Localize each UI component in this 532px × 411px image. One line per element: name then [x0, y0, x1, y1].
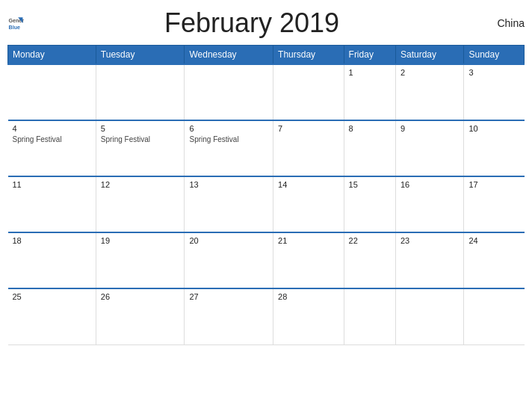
- calendar-day: 8: [344, 120, 395, 176]
- calendar-day: [96, 64, 185, 120]
- calendar-event: Spring Festival: [13, 135, 91, 144]
- header: General Blue February 2019 China: [7, 7, 525, 39]
- calendar-week-row: 25262728: [8, 288, 525, 344]
- day-number: 10: [468, 124, 519, 133]
- calendar-event: Spring Festival: [101, 135, 180, 144]
- day-number: 1: [349, 68, 391, 77]
- day-number: 6: [189, 124, 268, 133]
- calendar-day: 24: [464, 232, 525, 288]
- day-number: 17: [468, 180, 519, 189]
- calendar-day: 14: [273, 176, 344, 232]
- calendar-day: 21: [273, 232, 344, 288]
- day-number: 20: [189, 236, 268, 245]
- col-thursday: Thursday: [273, 46, 344, 65]
- calendar-day: 23: [396, 232, 464, 288]
- day-number: 19: [101, 236, 180, 245]
- calendar-day: 17: [464, 176, 525, 232]
- calendar-day: 1: [344, 64, 395, 120]
- day-number: 2: [400, 68, 459, 77]
- calendar-day: 5Spring Festival: [96, 120, 185, 176]
- day-number: 16: [400, 180, 459, 189]
- calendar-week-row: 4Spring Festival5Spring Festival6Spring …: [8, 120, 525, 176]
- calendar-day: 15: [344, 176, 395, 232]
- day-number: 26: [101, 292, 180, 301]
- day-number: 13: [189, 180, 268, 189]
- calendar-day: 20: [185, 232, 273, 288]
- logo-icon: General Blue: [7, 15, 24, 31]
- day-number: 21: [278, 236, 338, 245]
- day-number: 15: [349, 180, 391, 189]
- calendar-day: 25: [8, 288, 96, 344]
- calendar-week-row: 18192021222324: [8, 232, 525, 288]
- calendar-day: 6Spring Festival: [185, 120, 273, 176]
- calendar-event: Spring Festival: [189, 135, 268, 144]
- col-friday: Friday: [344, 46, 395, 65]
- day-number: 28: [278, 292, 338, 301]
- day-number: 25: [13, 292, 91, 301]
- calendar-title: February 2019: [24, 7, 480, 39]
- calendar-header-row: Monday Tuesday Wednesday Thursday Friday…: [8, 46, 525, 65]
- day-number: 9: [400, 124, 459, 133]
- svg-text:Blue: Blue: [9, 25, 20, 30]
- calendar-day: [8, 64, 96, 120]
- calendar-day: [464, 288, 525, 344]
- calendar-day: 4Spring Festival: [8, 120, 96, 176]
- calendar-day: 16: [396, 176, 464, 232]
- calendar-day: 27: [185, 288, 273, 344]
- calendar-week-row: 11121314151617: [8, 176, 525, 232]
- logo: General Blue: [7, 15, 24, 31]
- day-number: 7: [278, 124, 338, 133]
- calendar-day: 28: [273, 288, 344, 344]
- col-wednesday: Wednesday: [185, 46, 273, 65]
- calendar-table: Monday Tuesday Wednesday Thursday Friday…: [7, 45, 525, 345]
- calendar-day: [185, 64, 273, 120]
- day-number: 4: [13, 124, 91, 133]
- day-number: 18: [13, 236, 91, 245]
- day-number: 22: [349, 236, 391, 245]
- country-label: China: [480, 17, 525, 29]
- day-number: 24: [468, 236, 519, 245]
- calendar-day: [344, 288, 395, 344]
- calendar-day: 2: [396, 64, 464, 120]
- calendar-day: 22: [344, 232, 395, 288]
- col-sunday: Sunday: [464, 46, 525, 65]
- calendar-day: 19: [96, 232, 185, 288]
- day-number: 14: [278, 180, 338, 189]
- day-number: 23: [400, 236, 459, 245]
- col-saturday: Saturday: [396, 46, 464, 65]
- calendar-day: 7: [273, 120, 344, 176]
- day-number: 27: [189, 292, 268, 301]
- day-number: 5: [101, 124, 180, 133]
- calendar-day: 3: [464, 64, 525, 120]
- calendar-day: 18: [8, 232, 96, 288]
- calendar-day: [273, 64, 344, 120]
- day-number: 3: [468, 68, 519, 77]
- calendar-day: 12: [96, 176, 185, 232]
- calendar-day: [396, 288, 464, 344]
- col-tuesday: Tuesday: [96, 46, 185, 65]
- calendar-day: 10: [464, 120, 525, 176]
- day-number: 11: [13, 180, 91, 189]
- col-monday: Monday: [8, 46, 96, 65]
- calendar-day: 11: [8, 176, 96, 232]
- calendar-day: 9: [396, 120, 464, 176]
- calendar-day: 26: [96, 288, 185, 344]
- calendar-week-row: 123: [8, 64, 525, 120]
- page: General Blue February 2019 China Monday …: [0, 0, 532, 411]
- day-number: 8: [349, 124, 391, 133]
- calendar-day: 13: [185, 176, 273, 232]
- day-number: 12: [101, 180, 180, 189]
